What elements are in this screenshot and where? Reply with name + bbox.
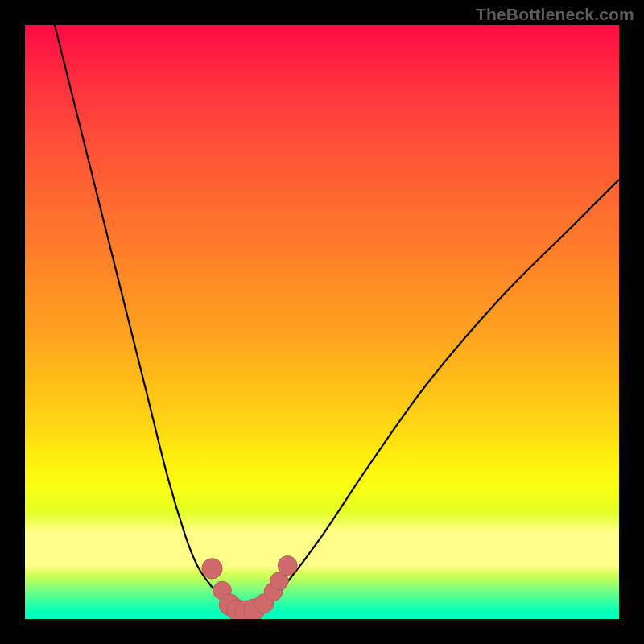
chart-frame: TheBottleneck.com <box>0 0 644 644</box>
data-marker <box>278 556 297 576</box>
chart-svg <box>25 25 619 619</box>
curve-group <box>55 25 619 613</box>
data-marker <box>202 559 222 579</box>
marker-group <box>202 556 297 619</box>
plot-area <box>25 25 619 619</box>
watermark-text: TheBottleneck.com <box>476 5 634 24</box>
bottleneck-curve-right <box>266 180 619 606</box>
bottleneck-curve-left <box>55 25 230 607</box>
